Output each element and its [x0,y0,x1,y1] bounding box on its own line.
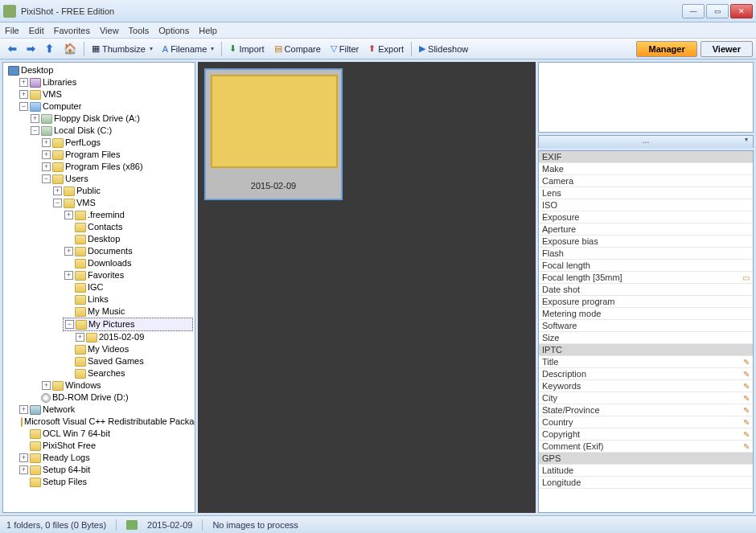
slideshow-button[interactable]: ▶Slideshow [414,42,473,55]
pencil-icon[interactable]: ✎ [743,394,750,403]
expand-icon[interactable]: + [64,271,73,280]
tree-igc[interactable]: IGC [88,281,104,293]
expand-icon[interactable]: + [42,150,51,159]
nav-up-button[interactable]: ⬆ [40,41,59,56]
tree-programfilesx86[interactable]: Program Files (x86) [65,161,143,173]
edit-icon[interactable]: ▭ [742,273,750,282]
tree-network[interactable]: Network [43,404,75,416]
nav-forward-button[interactable]: ➡ [22,41,40,56]
expand-icon[interactable]: + [19,465,28,474]
thumbsize-button[interactable]: ▦Thumbsize▾ [87,42,158,55]
tree-datefolder[interactable]: 2015-02-09 [99,331,144,343]
meta-lat: Latitude [542,465,750,475]
expand-icon[interactable]: + [31,114,39,123]
folder-tree[interactable]: Desktop +Libraries +VMS −Computer +Flopp… [2,62,195,513]
compare-icon: ▤ [274,43,282,54]
tree-programfiles[interactable]: Program Files [65,149,120,161]
menu-favorites[interactable]: Favorites [54,26,90,35]
metadata-panel[interactable]: EXIF Make Camera Lens ISO Exposure Apert… [538,150,754,513]
meta-comment: Comment (Exif) [542,441,743,451]
tree-users[interactable]: Users [65,173,88,185]
expand-icon[interactable]: + [42,162,51,171]
tree-msvcpp[interactable]: Microsoft Visual C++ Redistributable Pac… [24,416,195,428]
manager-mode-button[interactable]: Manager [636,41,696,57]
tree-setup64[interactable]: Setup 64-bit [43,464,90,476]
tree-public[interactable]: Public [76,185,101,197]
export-button[interactable]: ⬆Export [364,42,409,55]
pencil-icon[interactable]: ✎ [743,406,750,415]
import-button[interactable]: ⬇Import [224,42,269,55]
expand-icon[interactable]: + [64,211,73,219]
tree-readylogs[interactable]: Ready Logs [43,452,90,464]
pencil-icon[interactable]: ✎ [743,418,750,427]
tree-desktop[interactable]: Desktop [21,64,53,76]
expand-icon[interactable]: + [42,138,51,147]
expand-icon[interactable]: + [53,187,62,195]
thumbnail-item[interactable]: 2015-02-09 [204,68,343,200]
expand-icon[interactable]: + [42,381,51,390]
tree-contacts[interactable]: Contacts [88,221,122,233]
tree-favorites[interactable]: Favorites [88,269,124,281]
expand-icon[interactable]: + [19,90,28,99]
thumbnail-panel[interactable]: 2015-02-09 [198,62,536,513]
collapse-icon[interactable]: − [65,320,74,329]
minimize-button[interactable]: — [682,4,705,18]
collapse-icon[interactable]: − [53,199,62,207]
tree-mymusic[interactable]: My Music [88,305,125,318]
collapse-icon[interactable]: − [31,126,39,135]
pencil-icon[interactable]: ✎ [743,442,750,451]
menu-file[interactable]: File [5,26,19,35]
tree-computer[interactable]: Computer [43,100,81,113]
expand-icon[interactable]: + [19,453,28,462]
collapse-icon[interactable]: − [19,102,28,111]
metadata-dropdown[interactable]: ... [538,135,754,148]
tree-ocl[interactable]: OCL Win 7 64-bit [43,428,110,440]
menu-options[interactable]: Options [158,26,189,35]
tree-mypictures[interactable]: My Pictures [88,318,134,330]
thumbnail-image [211,75,338,168]
window-title: PixiShot - FREE Edition [21,6,682,16]
meta-section-gps: GPS [542,453,750,463]
tree-savedgames[interactable]: Saved Games [88,355,144,367]
collapse-icon[interactable]: − [42,174,51,183]
tree-localdisk[interactable]: Local Disk (C:) [54,125,112,137]
tree-documents[interactable]: Documents [88,245,133,257]
expand-icon[interactable]: + [19,78,28,87]
expand-icon[interactable]: + [76,333,84,342]
filter-button[interactable]: ▽Filter [326,42,364,55]
tree-floppy[interactable]: Floppy Disk Drive (A:) [54,113,140,125]
pencil-icon[interactable]: ✎ [743,358,750,367]
close-button[interactable]: ✕ [730,4,753,18]
tree-searches[interactable]: Searches [88,367,125,379]
tree-myvideos[interactable]: My Videos [88,343,129,355]
pencil-icon[interactable]: ✎ [743,430,750,439]
filename-button[interactable]: AFilename▾ [158,43,220,55]
pencil-icon[interactable]: ✎ [743,370,750,379]
tree-windows[interactable]: Windows [65,379,101,392]
expand-icon[interactable]: + [64,247,73,256]
tree-perflogs[interactable]: PerfLogs [65,137,101,149]
tree-desktop2[interactable]: Desktop [88,233,120,245]
tree-libraries[interactable]: Libraries [43,76,76,88]
tree-freemind[interactable]: .freemind [88,209,125,221]
expand-icon[interactable]: + [19,405,28,414]
tree-downloads[interactable]: Downloads [88,257,131,269]
menu-tools[interactable]: Tools [129,26,150,35]
menu-help[interactable]: Help [199,26,217,35]
maximize-button[interactable]: ▭ [706,4,729,18]
menu-edit[interactable]: Edit [29,26,44,35]
disc-icon [41,393,51,403]
nav-home-button[interactable]: 🏠 [59,41,81,56]
drive-icon [41,126,52,136]
tree-bdrom[interactable]: BD-ROM Drive (D:) [52,392,129,404]
tree-pixishot[interactable]: PixiShot Free [43,440,96,452]
tree-setupfiles[interactable]: Setup Files [43,476,87,488]
compare-button[interactable]: ▤Compare [269,42,326,55]
tree-links[interactable]: Links [88,293,109,305]
tree-vms2[interactable]: VMS [76,197,96,209]
menu-view[interactable]: View [100,26,119,35]
pencil-icon[interactable]: ✎ [743,382,750,391]
tree-vms[interactable]: VMS [43,88,62,100]
nav-back-button[interactable]: ⬅ [3,41,22,56]
viewer-mode-button[interactable]: Viewer [701,41,753,57]
